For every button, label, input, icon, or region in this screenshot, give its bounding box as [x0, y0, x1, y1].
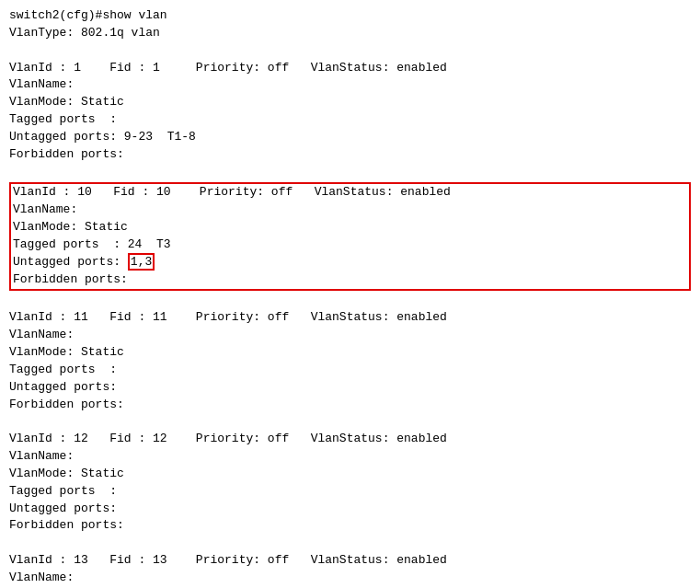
vlan10-block: VlanId : 10 Fid : 10 Priority: off VlanS…: [9, 182, 691, 290]
vlan11-line4: Tagged ports :: [9, 362, 691, 379]
vlan12-line3: VlanMode: Static: [9, 466, 691, 483]
vlan11-line2: VlanName:: [9, 327, 691, 344]
vlan1-line3: VlanMode: Static: [9, 94, 691, 111]
vlan10-line3: VlanMode: Static: [13, 219, 687, 236]
blank-line1: [9, 42, 691, 60]
vlan12-line2: VlanName:: [9, 448, 691, 466]
vlan10-untagged-label: Untagged ports:: [13, 255, 128, 269]
vlan10-line1: VlanId : 10 Fid : 10 Priority: off VlanS…: [13, 184, 687, 202]
vlan10-line5: Untagged ports: 1,3: [13, 254, 687, 271]
vlan10-line4: Tagged ports : 24 T3: [13, 236, 687, 254]
vlan12-line1: VlanId : 12 Fid : 12 Priority: off VlanS…: [9, 431, 691, 448]
blank-line3: [9, 293, 691, 310]
vlan12-line4: Tagged ports :: [9, 483, 691, 501]
vlan1-line6: Forbidden ports:: [9, 146, 691, 164]
vlan11-line1: VlanId : 11 Fid : 11 Priority: off VlanS…: [9, 309, 691, 327]
blank-line4: [9, 413, 691, 431]
vlan10-untagged-highlight: 1,3: [128, 253, 155, 271]
vlan10-line2: VlanName:: [13, 202, 687, 219]
blank-line2: [9, 164, 691, 181]
vlan12-line6: Forbidden ports:: [9, 517, 691, 535]
terminal: switch2(cfg)#show vlan VlanType: 802.1q …: [0, 0, 700, 588]
vlan10-line6: Forbidden ports:: [13, 271, 687, 289]
vlan12-line5: Untagged ports:: [9, 501, 691, 518]
vlan11-line6: Forbidden ports:: [9, 397, 691, 414]
prompt-top: switch2(cfg)#show vlan: [9, 7, 691, 25]
vlan13-line2: VlanName:: [9, 570, 691, 587]
vlan11-line3: VlanMode: Static: [9, 344, 691, 362]
vlan1-line5: Untagged ports: 9-23 T1-8: [9, 129, 691, 146]
vlan13-line1: VlanId : 13 Fid : 13 Priority: off VlanS…: [9, 552, 691, 570]
vlan11-line5: Untagged ports:: [9, 379, 691, 397]
vlan1-line2: VlanName:: [9, 76, 691, 94]
vlan1-line1: VlanId : 1 Fid : 1 Priority: off VlanSta…: [9, 60, 691, 77]
blank-line5: [9, 535, 691, 552]
vlan1-line4: Tagged ports :: [9, 111, 691, 129]
vlan-type: VlanType: 802.1q vlan: [9, 25, 691, 42]
